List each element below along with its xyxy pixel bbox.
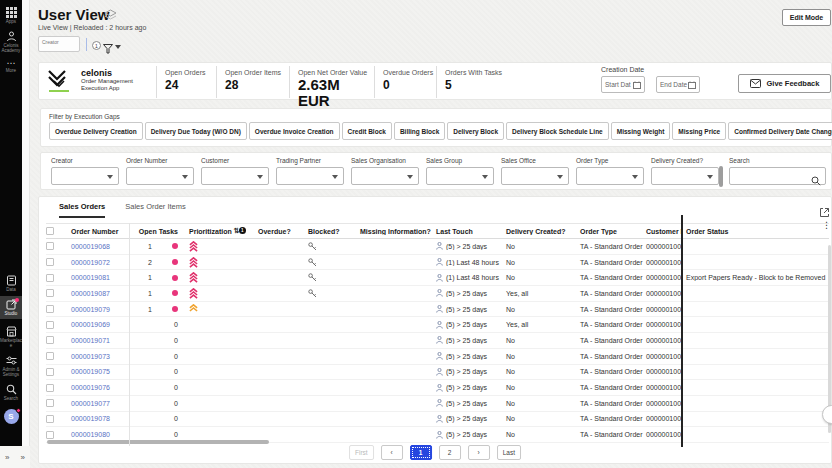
col-missing-information[interactable]: Missing Information? [353, 228, 433, 235]
dropdown-select[interactable] [276, 167, 344, 185]
row-checkbox[interactable] [46, 289, 54, 297]
dropdown-select[interactable] [426, 167, 494, 185]
execution-gap-chip[interactable]: Confirmed Delivery Date Changed [728, 122, 832, 140]
sidebar-item-academy[interactable]: Celonis Academy [0, 31, 22, 53]
order-number-link[interactable]: 0000019071 [71, 337, 110, 344]
row-checkbox[interactable] [46, 321, 54, 329]
start-date-input[interactable]: Start Dat [601, 76, 645, 93]
row-checkbox[interactable] [46, 305, 54, 313]
col-blocked[interactable]: Blocked? [299, 228, 353, 235]
order-number-link[interactable]: 0000019072 [71, 259, 110, 266]
pagination-prev-button[interactable]: ‹ [381, 445, 403, 460]
execution-gap-chip[interactable]: Credit Block [342, 122, 392, 140]
col-order-number[interactable]: Order Number [62, 228, 130, 235]
filter-caret-icon[interactable] [115, 45, 121, 49]
column-resize-divider[interactable] [681, 215, 683, 447]
delivery-created-cell: No [504, 353, 578, 360]
execution-gap-chip[interactable]: Missing Price [672, 122, 726, 140]
search-text-field[interactable] [733, 173, 813, 187]
order-number-link[interactable]: 0000019077 [71, 400, 110, 407]
execution-gap-chip[interactable]: Billing Block [394, 122, 445, 140]
row-checkbox[interactable] [46, 399, 54, 407]
sidebar-item-studio[interactable]: Studio [0, 296, 22, 319]
creator-filter-chip[interactable]: Creator [38, 36, 80, 52]
dropdown-select[interactable] [651, 167, 719, 185]
table-header-row: Order Number Open Tasks Prioritization ⇅… [46, 223, 829, 239]
col-delivery-created[interactable]: Delivery Created? [504, 228, 578, 235]
order-number-link[interactable]: 0000019075 [71, 368, 110, 375]
give-feedback-button[interactable]: Give Feedback [738, 74, 831, 93]
kpi-label: Orders With Tasks [445, 68, 505, 77]
pagination-first-button[interactable]: First [349, 445, 374, 460]
row-checkbox[interactable] [46, 274, 54, 282]
sidebar-item-search[interactable]: Search [0, 384, 22, 401]
row-checkbox[interactable] [46, 415, 54, 423]
row-checkbox[interactable] [46, 352, 54, 360]
user-avatar[interactable]: S [4, 409, 19, 424]
block-key-icon [308, 258, 317, 267]
execution-gap-chip[interactable]: Missing Weight [611, 122, 671, 140]
filter-row-scrollbar[interactable] [719, 166, 723, 187]
col-order-status[interactable]: Order Status [681, 228, 829, 235]
row-checkbox[interactable] [46, 431, 54, 439]
end-date-input[interactable]: End Date [656, 76, 700, 93]
chevron-down-icon [407, 175, 413, 179]
search-input[interactable] [729, 167, 826, 185]
order-number-link[interactable]: 0000019069 [71, 321, 110, 328]
order-number-link[interactable]: 0000019087 [71, 290, 110, 297]
row-checkbox[interactable] [46, 336, 54, 344]
dropdown-select[interactable] [351, 167, 419, 185]
sidebar-expand-icon[interactable]: » [5, 453, 9, 462]
pagination-page-1[interactable]: 1 [410, 445, 432, 460]
col-prioritization[interactable]: Prioritization ⇅ 1 [179, 227, 251, 235]
order-number-link[interactable]: 0000019078 [71, 415, 110, 422]
pagination-next-button[interactable]: › [468, 445, 490, 460]
chevron-down-icon [557, 175, 563, 179]
sidebar-item-marketplace[interactable]: Marketplace [0, 326, 22, 348]
row-checkbox[interactable] [46, 258, 54, 266]
select-all-checkbox[interactable] [46, 227, 54, 235]
sidebar-item-apps[interactable]: Apps [0, 7, 22, 24]
dropdown-select[interactable] [501, 167, 569, 185]
brand-text: celonis Order Management Execution App [81, 67, 133, 95]
sidebar-item-more[interactable]: ⋯ More [0, 60, 22, 73]
tab-sales-order-items[interactable]: Sales Order Items [125, 202, 185, 218]
row-checkbox[interactable] [46, 242, 54, 250]
dropdown-select[interactable] [201, 167, 269, 185]
tab-sales-orders[interactable]: Sales Orders [59, 202, 105, 218]
prioritization-cell [179, 288, 251, 299]
sidebar-item-admin-settings[interactable]: Admin & Settings [0, 355, 22, 377]
order-number-link[interactable]: 0000019076 [71, 384, 110, 391]
pagination-last-button[interactable]: Last [497, 445, 521, 460]
col-last-touch[interactable]: Last Touch [433, 228, 504, 235]
filter-funnel-icon[interactable] [103, 40, 113, 58]
col-order-type[interactable]: Order Type [578, 228, 645, 235]
dropdown-filter: Sales Group [426, 157, 494, 185]
execution-gap-chip[interactable]: Delivery Block Schedule Line [506, 122, 609, 140]
row-checkbox[interactable] [46, 368, 54, 376]
execution-gap-chip[interactable]: Delivery Due Today (W/O DN) [145, 122, 247, 140]
edit-mode-button[interactable]: Edit Mode [782, 9, 831, 26]
dropdown-select[interactable] [576, 167, 644, 185]
order-number-link[interactable]: 0000019081 [71, 274, 110, 281]
execution-gap-chip[interactable]: Delivery Block [447, 122, 504, 140]
horizontal-scrollbar[interactable] [47, 440, 269, 444]
table-row: 0000019081 1 [46, 270, 829, 286]
order-number-link[interactable]: 0000019079 [71, 306, 110, 313]
row-checkbox[interactable] [46, 384, 54, 392]
col-open-tasks[interactable]: Open Tasks [130, 228, 179, 235]
dropdown-filter: Sales Organisation [351, 157, 419, 185]
col-overdue[interactable]: Overdue? [251, 228, 299, 235]
dropdown-select[interactable] [51, 167, 119, 185]
dropdown-select[interactable] [126, 167, 194, 185]
order-number-link[interactable]: 0000019073 [71, 353, 110, 360]
col-customer[interactable]: Customer N [645, 228, 681, 235]
panel-expand-icon[interactable]: » [21, 453, 25, 462]
open-task-dot-icon [172, 290, 178, 296]
pagination-page-2[interactable]: 2 [439, 445, 461, 460]
sidebar-item-data[interactable]: Data [0, 275, 22, 292]
execution-gap-chip[interactable]: Overdue Invoice Creation [249, 122, 340, 140]
execution-gap-chip[interactable]: Overdue Delivery Creation [49, 122, 143, 140]
order-number-link[interactable]: 0000019080 [71, 431, 110, 438]
order-number-link[interactable]: 0000019068 [71, 243, 110, 250]
